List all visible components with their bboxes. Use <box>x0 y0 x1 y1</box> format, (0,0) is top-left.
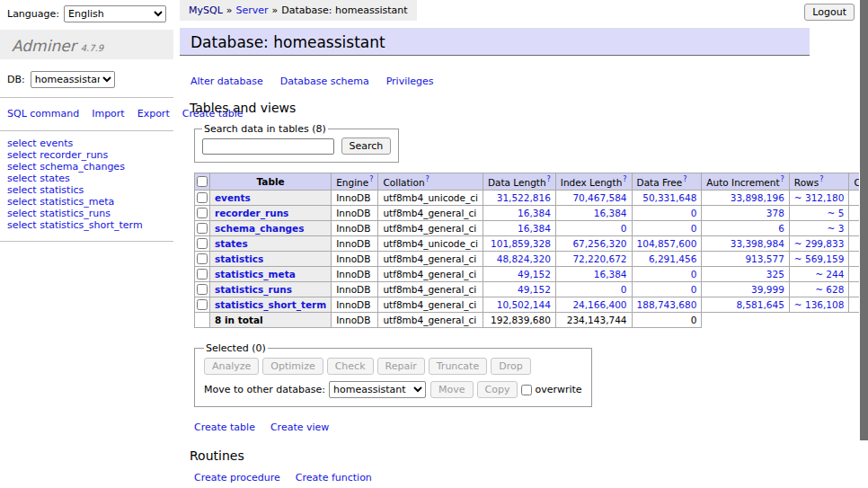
sidebar-select-link-statistics-meta[interactable]: select statistics_meta <box>7 197 166 209</box>
cell-auto_increment-link[interactable]: 39,999 <box>751 284 784 295</box>
cell-auto_increment-link[interactable]: 8,581,645 <box>736 299 784 310</box>
row-checkbox[interactable] <box>197 192 208 203</box>
table-name-link[interactable]: schema_changes <box>215 223 305 234</box>
cell-rows-link[interactable]: ~ 244 <box>815 269 844 279</box>
cell-data_length-link[interactable]: 48,824,320 <box>497 253 551 264</box>
cell-data_length-link[interactable]: 31,522,816 <box>497 192 551 203</box>
routine-links: Create procedureCreate function <box>194 472 810 484</box>
cell-data_length-link[interactable]: 49,152 <box>518 269 551 279</box>
cell-index_length-link[interactable]: 72,220,672 <box>572 253 626 264</box>
cell-rows-link[interactable]: ~ 299,833 <box>794 238 845 249</box>
help-link[interactable]: ? <box>781 175 784 183</box>
cell-rows-link[interactable]: ~ 628 <box>815 284 844 295</box>
check-button[interactable]: Check <box>327 358 374 375</box>
table-name-link[interactable]: statistics_meta <box>215 269 296 279</box>
breadcrumb-link-mysql[interactable]: MySQL <box>189 4 223 16</box>
analyze-button[interactable]: Analyze <box>204 358 259 375</box>
column-header: Engine? <box>332 173 378 191</box>
cell-rows-link[interactable]: ~ 312,180 <box>794 192 845 203</box>
cell-index_length-link[interactable]: 0 <box>621 223 627 234</box>
check-all-checkbox[interactable] <box>197 176 208 187</box>
cell-auto_increment-link[interactable]: 913,577 <box>745 253 784 264</box>
table-name-link[interactable]: states <box>215 238 248 249</box>
cell-rows-link[interactable]: ~ 136,108 <box>794 299 845 310</box>
cell-rows-link[interactable]: ~ 569,159 <box>794 253 845 264</box>
cell-auto_increment-link[interactable]: 325 <box>766 269 784 279</box>
cell-data_free-link[interactable]: 188,743,680 <box>637 299 697 310</box>
help-link[interactable]: ? <box>623 175 626 183</box>
cell-index_length-link[interactable]: 0 <box>621 284 627 295</box>
cell-data_length-link[interactable]: 101,859,328 <box>491 238 551 249</box>
cell-index_length-link[interactable]: 16,384 <box>594 208 627 218</box>
sidebar-link-import[interactable]: Import <box>92 108 125 120</box>
cell-index_length-link[interactable]: 24,166,400 <box>572 299 626 310</box>
create-view-link[interactable]: Create view <box>270 421 329 433</box>
cell-data_length-link[interactable]: 16,384 <box>518 208 551 218</box>
move-db-select[interactable]: homeassistant <box>329 381 426 398</box>
db-select[interactable]: homeassistant <box>31 71 115 88</box>
cell-auto_increment-link[interactable]: 6 <box>778 223 784 234</box>
cell-index_length-link[interactable]: 16,384 <box>594 269 627 279</box>
help-link[interactable]: ? <box>683 175 686 183</box>
cell-data_free-link[interactable]: 0 <box>691 223 697 234</box>
alter-database-link[interactable]: Alter database <box>190 75 263 87</box>
cell-data_free-link[interactable]: 104,857,600 <box>637 238 697 249</box>
cell-index_length-link[interactable]: 70,467,584 <box>572 192 626 203</box>
optimize-button[interactable]: Optimize <box>262 358 323 375</box>
overwrite-checkbox[interactable] <box>521 385 532 395</box>
truncate-button[interactable]: Truncate <box>429 358 487 375</box>
sidebar-select-link-statistics-short-term[interactable]: select statistics_short_term <box>7 220 166 232</box>
language-select[interactable]: English <box>64 5 166 22</box>
copy-button[interactable]: Copy <box>477 381 518 398</box>
row-checkbox[interactable] <box>197 284 208 295</box>
scrollbar[interactable] <box>859 0 868 488</box>
table-name-link[interactable]: statistics_short_term <box>215 299 326 310</box>
cell-data_free-link[interactable]: 50,331,648 <box>642 192 696 203</box>
cell-rows-link[interactable]: ~ 3 <box>828 223 845 234</box>
table-name-link[interactable]: recorder_runs <box>215 208 288 218</box>
cell-auto_increment-link[interactable]: 33,898,196 <box>731 192 784 203</box>
row-checkbox[interactable] <box>197 269 208 279</box>
logout-button[interactable]: Logout <box>804 4 855 21</box>
search-input[interactable] <box>202 138 334 155</box>
scrollbar-thumb[interactable] <box>860 0 868 440</box>
sidebar-link-export[interactable]: Export <box>137 108 170 120</box>
cell-data_free-link[interactable]: 0 <box>691 284 697 295</box>
search-button[interactable]: Search <box>341 138 392 155</box>
table-name-link[interactable]: statistics_runs <box>215 284 292 295</box>
table-name-link[interactable]: statistics <box>215 253 263 264</box>
repair-button[interactable]: Repair <box>377 358 425 375</box>
cell-data_free-link[interactable]: 0 <box>691 208 697 218</box>
sidebar-link-sql-command[interactable]: SQL command <box>7 108 79 120</box>
create-function-link[interactable]: Create function <box>296 472 372 484</box>
cell-auto_increment-link[interactable]: 33,398,984 <box>731 238 784 249</box>
database-schema-link[interactable]: Database schema <box>280 75 369 87</box>
cell-data_free-link[interactable]: 6,291,456 <box>649 253 696 264</box>
cell-index_length-link[interactable]: 67,256,320 <box>572 238 626 249</box>
drop-button[interactable]: Drop <box>491 358 530 375</box>
cell-rows-link[interactable]: ~ 5 <box>828 208 845 218</box>
row-checkbox[interactable] <box>197 223 208 234</box>
cell-data_free-link[interactable]: 0 <box>691 269 697 279</box>
move-button[interactable]: Move <box>430 381 474 398</box>
breadcrumb-link-server[interactable]: Server <box>236 4 269 16</box>
sidebar-select-link-statistics-runs[interactable]: select statistics_runs <box>7 209 166 220</box>
help-link[interactable]: ? <box>547 175 551 183</box>
help-link[interactable]: ? <box>369 175 373 183</box>
create-procedure-link[interactable]: Create procedure <box>194 472 280 484</box>
row-checkbox[interactable] <box>197 299 208 310</box>
table-total-row: 8 in totalInnoDButf8mb4_general_ci192,83… <box>195 312 868 327</box>
cell-data_length-link[interactable]: 10,502,144 <box>497 299 551 310</box>
cell-data_length-link[interactable]: 16,384 <box>518 223 551 234</box>
cell-auto_increment-link[interactable]: 378 <box>766 208 784 218</box>
cell-data_length-link[interactable]: 49,152 <box>518 284 551 295</box>
row-checkbox[interactable] <box>197 238 208 249</box>
help-link[interactable]: ? <box>819 175 823 183</box>
privileges-link[interactable]: Privileges <box>386 75 434 87</box>
row-checkbox[interactable] <box>197 253 208 264</box>
help-link[interactable]: ? <box>426 175 430 183</box>
table-name-link[interactable]: events <box>215 192 251 203</box>
row-checkbox[interactable] <box>197 208 208 218</box>
adminer-logo-link[interactable]: Adminer <box>12 37 76 55</box>
create-table-link[interactable]: Create table <box>194 421 255 433</box>
